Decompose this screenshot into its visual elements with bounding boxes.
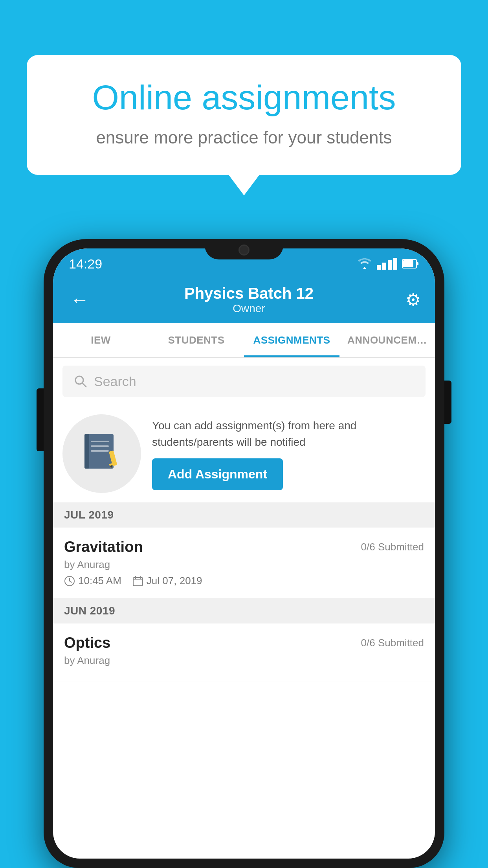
- assignment-date-value: Jul 07, 2019: [147, 575, 202, 587]
- list-item[interactable]: Gravitation 0/6 Submitted by Anurag 10:4…: [53, 528, 435, 598]
- notebook-icon: [82, 432, 121, 475]
- svg-rect-8: [91, 445, 109, 447]
- batch-role: Owner: [92, 302, 405, 315]
- tab-iew[interactable]: IEW: [53, 323, 149, 357]
- assignment-time: 10:45 AM: [64, 575, 121, 587]
- assignment-time-value: 10:45 AM: [78, 575, 121, 587]
- search-placeholder-text: Search: [94, 374, 136, 389]
- assignment-name: Gravitation: [64, 539, 143, 555]
- svg-rect-16: [133, 577, 143, 586]
- speech-bubble-title: Online assignments: [54, 79, 434, 117]
- assignment-meta: 10:45 AM Jul 07, 2019: [64, 575, 424, 587]
- assignment-by: by Anurag: [64, 559, 424, 571]
- month-header-jul: JUL 2019: [53, 502, 435, 528]
- settings-button[interactable]: ⚙: [405, 290, 421, 310]
- wifi-icon: [357, 258, 372, 269]
- svg-line-4: [82, 383, 86, 387]
- battery-icon: [402, 259, 419, 269]
- phone-frame: 14:29: [44, 239, 444, 868]
- promo-text-block: You can add assignment(s) from here and …: [152, 417, 426, 490]
- content-area: Search: [53, 358, 435, 682]
- assignment-by: by Anurag: [64, 655, 424, 667]
- app-header: ← Physics Batch 12 Owner ⚙: [53, 276, 435, 323]
- calendar-icon: [132, 576, 143, 587]
- phone-outer: 14:29: [44, 239, 444, 868]
- promo-icon-circle: [62, 414, 141, 493]
- tab-assignments[interactable]: ASSIGNMENTS: [244, 323, 339, 357]
- speech-bubble: Online assignments ensure more practice …: [27, 55, 461, 175]
- svg-rect-7: [91, 441, 109, 442]
- assignment-status: 0/6 Submitted: [361, 541, 424, 553]
- tab-students[interactable]: STUDENTS: [149, 323, 244, 357]
- speech-bubble-subtitle: ensure more practice for your students: [54, 128, 434, 147]
- promo-description: You can add assignment(s) from here and …: [152, 417, 426, 451]
- batch-name: Physics Batch 12: [92, 285, 405, 302]
- status-time: 14:29: [69, 256, 102, 272]
- svg-rect-2: [403, 260, 413, 267]
- tabs-bar: IEW STUDENTS ASSIGNMENTS ANNOUNCEM…: [53, 323, 435, 358]
- clock-icon: [64, 576, 75, 587]
- list-item[interactable]: Optics 0/6 Submitted by Anurag: [53, 623, 435, 682]
- assignment-status: 0/6 Submitted: [361, 637, 424, 649]
- signal-icon: [377, 258, 397, 270]
- search-bar[interactable]: Search: [62, 366, 426, 397]
- assignment-top-row: Gravitation 0/6 Submitted: [64, 539, 424, 555]
- assignment-name: Optics: [64, 634, 110, 651]
- assignment-top-row: Optics 0/6 Submitted: [64, 634, 424, 651]
- month-header-jun: JUN 2019: [53, 598, 435, 623]
- tab-announcements[interactable]: ANNOUNCEM…: [339, 323, 435, 357]
- add-assignment-button[interactable]: Add Assignment: [152, 458, 283, 490]
- svg-line-15: [70, 581, 72, 582]
- svg-rect-9: [91, 450, 109, 452]
- svg-rect-6: [84, 434, 89, 469]
- status-icons: [357, 258, 419, 270]
- assignment-date: Jul 07, 2019: [132, 575, 202, 587]
- add-assignment-promo: You can add assignment(s) from here and …: [53, 405, 435, 502]
- phone-notch: [205, 239, 283, 259]
- phone-screen: 14:29: [53, 248, 435, 859]
- back-button[interactable]: ←: [67, 286, 92, 314]
- header-title-block: Physics Batch 12 Owner: [92, 285, 405, 315]
- search-icon: [73, 374, 88, 388]
- svg-rect-1: [416, 262, 418, 265]
- camera: [238, 245, 250, 256]
